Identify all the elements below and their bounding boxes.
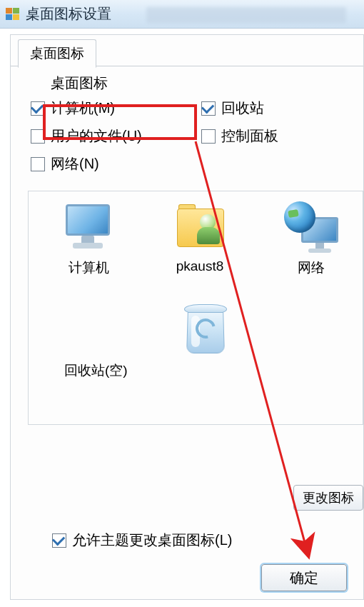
app-icon <box>6 8 20 21</box>
checkbox-box-icon <box>201 101 216 116</box>
dialog-body: 桌面图标 桌面图标 计算机(M) 回收站 用户的文件(U) 控制面板 <box>10 34 364 600</box>
checkbox-recycle-bin[interactable]: 回收站 <box>201 99 358 118</box>
checkbox-box-icon <box>31 101 45 116</box>
checkbox-label: 允许主题更改桌面图标(L) <box>72 531 232 550</box>
change-icon-button[interactable]: 更改图标 <box>293 485 363 511</box>
recycle-bin-icon <box>177 297 234 358</box>
network-icon <box>283 201 340 254</box>
icon-recycle-bin[interactable]: 回收站(空) <box>56 297 355 380</box>
icon-network[interactable]: 网络 <box>271 201 351 277</box>
titlebar-blurred-text <box>146 7 346 23</box>
checkbox-box-icon <box>31 129 45 144</box>
checkbox-user-files[interactable]: 用户的文件(U) <box>31 126 187 146</box>
window-title: 桌面图标设置 <box>26 4 111 24</box>
icon-preview-group: 计算机 pkaust8 网络 <box>28 191 363 425</box>
button-label: 确定 <box>290 570 318 586</box>
tab-label: 桌面图标 <box>30 46 84 61</box>
checkbox-box-icon <box>52 533 66 548</box>
checkbox-box-icon <box>201 129 216 144</box>
tab-strip: 桌面图标 <box>11 35 363 66</box>
checkbox-box-icon <box>31 157 45 171</box>
checkbox-label: 网络(N) <box>51 154 99 174</box>
checkbox-network[interactable]: 网络(N) <box>31 154 187 174</box>
checkbox-label: 回收站 <box>221 99 264 118</box>
button-label: 更改图标 <box>303 491 354 505</box>
icon-row: 计算机 pkaust8 网络 <box>49 201 355 277</box>
ok-button[interactable]: 确定 <box>261 564 347 591</box>
icon-user-folder[interactable]: pkaust8 <box>160 201 240 277</box>
icon-label: 回收站(空) <box>64 361 355 380</box>
section-label-desktop-icons: 桌面图标 <box>51 74 358 93</box>
tab-content: 桌面图标 计算机(M) 回收站 用户的文件(U) 控制面板 网络(N) <box>11 66 363 431</box>
checkbox-label: 控制面板 <box>221 126 278 146</box>
icon-label: pkaust8 <box>160 259 240 274</box>
computer-icon <box>60 201 117 254</box>
icon-label: 网络 <box>271 259 351 277</box>
tab-desktop-icons[interactable]: 桌面图标 <box>18 39 96 68</box>
user-folder-icon <box>171 201 228 254</box>
icon-computer[interactable]: 计算机 <box>49 201 128 277</box>
checkbox-label: 用户的文件(U) <box>51 126 142 146</box>
checkbox-grid: 计算机(M) 回收站 用户的文件(U) 控制面板 网络(N) <box>31 99 358 174</box>
checkbox-control-panel[interactable]: 控制面板 <box>201 126 358 146</box>
checkbox-allow-theme-change[interactable]: 允许主题更改桌面图标(L) <box>52 531 232 550</box>
icon-label: 计算机 <box>49 259 128 277</box>
checkbox-label: 计算机(M) <box>51 99 115 118</box>
checkbox-computer[interactable]: 计算机(M) <box>31 99 187 118</box>
